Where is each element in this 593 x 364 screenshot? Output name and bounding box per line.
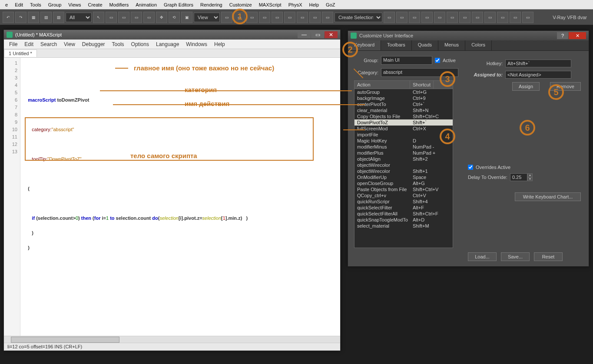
list-row[interactable]: openCloseGroupAlt+G [354, 180, 453, 186]
tool-icon[interactable]: ▭ [421, 12, 433, 23]
customize-titlebar[interactable]: Customize User Interface ? ✕ [348, 31, 589, 40]
close-button[interactable]: ✕ [569, 32, 586, 39]
view-dropdown[interactable]: View [194, 13, 220, 22]
menu-item[interactable]: Views [65, 1, 84, 9]
spin-down[interactable]: ▼ [527, 177, 533, 181]
cursor-icon[interactable]: ↖ [93, 12, 104, 23]
tool-icon[interactable]: ▭ [447, 12, 458, 23]
tool-icon[interactable]: ▭ [459, 12, 470, 23]
list-row[interactable]: select_materialShift+M [354, 223, 453, 229]
tab-colors[interactable]: Colors [465, 40, 492, 50]
list-row[interactable]: quickSelectFilterAllShift+Ctrl+F [354, 211, 453, 217]
reset-button[interactable]: Reset [534, 252, 563, 261]
redo-icon[interactable]: ↷ [15, 12, 27, 23]
list-row[interactable]: objectWirecolor [354, 162, 453, 168]
list-row[interactable]: fullScreenModCtrl+X [354, 126, 453, 132]
delay-input[interactable] [510, 173, 527, 181]
list-row[interactable]: DownPivotToZShift+` [354, 119, 453, 126]
tool-icon[interactable]: ▭ [259, 12, 270, 23]
tool-icon[interactable]: ▭ [246, 12, 258, 23]
script-tab[interactable]: 1 Untitled * [4, 50, 37, 57]
list-row[interactable]: Copy Objects to FileShift+Ctrl+C [354, 113, 453, 119]
list-row[interactable]: centerPivotToCtrl+` [354, 101, 453, 107]
tool-icon[interactable]: ▭ [510, 12, 521, 23]
tool-icon[interactable]: ▭ [106, 12, 117, 23]
code-editor[interactable]: 12345678910111213 macroScript toDownZPiv… [4, 58, 340, 336]
tool-icon[interactable]: ▭ [396, 12, 407, 23]
menu-item[interactable]: Help [305, 1, 322, 9]
list-row[interactable]: backgrImageCtrl+9 [354, 95, 453, 101]
menu-item[interactable]: Group [45, 1, 65, 9]
tool-icon[interactable]: ▭ [284, 12, 295, 23]
tool-icon[interactable]: ▭ [118, 12, 129, 23]
script-titlebar[interactable]: (Untitled) * MAXScript — ▭ ✕ [4, 30, 340, 40]
menu-item[interactable]: Create [85, 1, 106, 9]
overrides-checkbox[interactable] [468, 165, 473, 170]
active-checkbox[interactable] [435, 58, 440, 63]
assign-button[interactable]: Assign [512, 82, 540, 91]
scale-icon[interactable]: ▣ [181, 12, 192, 23]
list-row[interactable]: importFile [354, 132, 453, 138]
list-row[interactable]: OnModifierUpSpace [354, 174, 453, 180]
tool-icon[interactable]: ▭ [143, 12, 155, 23]
list-row[interactable]: QCopy_ctrl+vCtrl+V [354, 192, 453, 199]
tool-icon[interactable]: ▭ [472, 12, 483, 23]
list-row[interactable]: quickSnapToogleModToAlt+D [354, 217, 453, 223]
tool-icon[interactable]: ▭ [409, 12, 420, 23]
tool-icon[interactable]: ▦ [28, 12, 39, 23]
list-row[interactable]: objectAlignShift+2 [354, 156, 453, 162]
shortcut-header[interactable]: Shortcut [410, 81, 434, 89]
menu-item[interactable]: Search [37, 40, 60, 48]
tool-icon[interactable]: ▧ [40, 12, 52, 23]
tool-icon[interactable]: ▭ [484, 12, 496, 23]
group-dropdown[interactable]: Main UI [381, 56, 432, 65]
list-row[interactable]: modifierMinusNumPad - [354, 144, 453, 150]
menu-item[interactable]: Rendering [197, 1, 226, 9]
tool-icon[interactable]: ▭ [497, 12, 508, 23]
list-row[interactable]: clear_materialShift+N [354, 107, 453, 113]
list-row[interactable]: Magic HotKeyD [354, 138, 453, 144]
tool-icon[interactable]: ▭ [272, 12, 283, 23]
menu-item[interactable]: Tools [109, 40, 128, 48]
list-row[interactable]: autoGroupCtrl+G [354, 89, 453, 95]
menu-item[interactable]: Animation [132, 1, 160, 9]
menu-item[interactable]: View [60, 40, 79, 48]
menu-item[interactable]: File [6, 40, 21, 48]
menu-item[interactable]: Modifiers [106, 1, 133, 9]
spin-up[interactable]: ▲ [527, 173, 533, 177]
tool-icon[interactable]: ▨ [53, 12, 64, 23]
list-row[interactable]: Paste Objects from FileShift+Ctrl+V [354, 186, 453, 192]
menu-item[interactable]: MAXScript [255, 1, 285, 9]
tool-icon[interactable]: ▭ [322, 12, 333, 23]
action-list[interactable]: Action Shortcut autoGroupCtrl+GbackgrIma… [354, 80, 453, 248]
tool-icon[interactable]: ▭ [131, 12, 142, 23]
menu-item[interactable]: Language [152, 40, 182, 48]
write-chart-button[interactable]: Write Keyboard Chart... [515, 192, 581, 201]
tool-icon[interactable]: ▭ [384, 12, 395, 23]
action-header[interactable]: Action [354, 81, 410, 89]
menu-item[interactable]: GoZ [322, 1, 338, 9]
rotate-icon[interactable]: ⟲ [169, 12, 180, 23]
list-row[interactable]: modifierPlusNumPad + [354, 150, 453, 156]
hotkey-input[interactable] [505, 60, 571, 67]
maximize-button[interactable]: ▭ [311, 31, 324, 38]
list-row[interactable]: objectWirecolorShift+1 [354, 168, 453, 174]
tool-icon[interactable]: ▭ [522, 12, 533, 23]
tool-icon[interactable]: ▭ [309, 12, 321, 23]
menu-item[interactable]: Edit [21, 40, 37, 48]
selection-set-dropdown[interactable]: Create Selection Set [335, 13, 382, 22]
all-dropdown[interactable]: All [66, 13, 92, 22]
menu-item[interactable]: e [2, 1, 11, 9]
horizontal-scrollbar[interactable] [4, 336, 340, 343]
menu-item[interactable]: Customize [226, 1, 255, 9]
tool-icon[interactable]: ▭ [434, 12, 445, 23]
menu-item[interactable]: Windows [182, 40, 211, 48]
menu-item[interactable]: PhysX [285, 1, 306, 9]
menu-item[interactable]: Debugger [79, 40, 109, 48]
tool-icon[interactable]: ▭ [221, 12, 232, 23]
tab-menus[interactable]: Menus [438, 40, 465, 50]
help-button[interactable]: ? [557, 32, 568, 39]
tool-icon[interactable]: ▭ [297, 12, 308, 23]
load-button[interactable]: Load... [468, 252, 497, 261]
code-content[interactable]: macroScript toDownZPivot category:"abssc… [20, 58, 340, 336]
